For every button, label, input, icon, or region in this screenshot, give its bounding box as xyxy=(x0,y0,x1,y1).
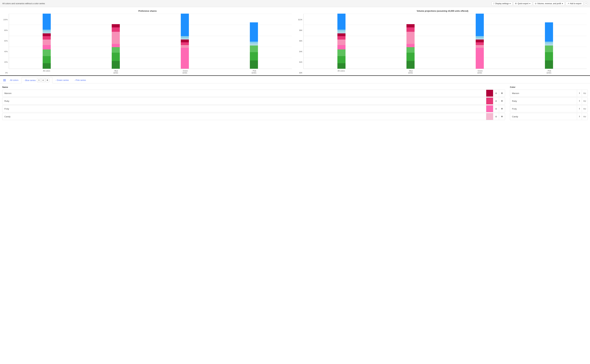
row-color-swatch[interactable] xyxy=(486,113,493,120)
bar-group xyxy=(180,14,190,69)
row-color-swatch[interactable] xyxy=(486,105,493,112)
tab-green-series[interactable]: - Green series xyxy=(53,78,71,83)
bar-segment xyxy=(43,14,51,30)
data-section: Name Maroon ⊖ ✥ Ruby ⊖ ✥ Froly ⊖ ✥ Candy… xyxy=(0,83,590,121)
bar-segment xyxy=(181,45,189,48)
bar-group xyxy=(337,14,346,69)
row-move-button[interactable]: ✥ xyxy=(499,105,505,112)
bar-segment xyxy=(476,48,484,69)
bar-segment xyxy=(406,47,415,53)
display-settings-button[interactable]: ⤴ Display settings ▾ xyxy=(492,1,512,6)
row-remove-button[interactable]: ⊖ xyxy=(493,90,499,97)
bar-segment xyxy=(112,53,120,61)
left-y-axis: 100% 80% 60% 40% 20% 0% xyxy=(3,19,9,74)
tab-move-button[interactable]: ✥ xyxy=(46,78,49,82)
tab-remove-button[interactable]: ⊖ xyxy=(41,78,45,82)
preference-shares-chart: Preference shares 100% 80% 60% 40% 20% 0… xyxy=(3,10,292,74)
hamburger-line-3 xyxy=(3,81,6,81)
tab-copy-button[interactable]: ⎘ xyxy=(37,78,41,82)
bar-segment xyxy=(250,43,258,46)
row-color-swatch[interactable] xyxy=(486,90,493,97)
bar-segment xyxy=(181,42,189,45)
name-data-row: Candy ⊖ ✥ xyxy=(2,113,505,120)
bar-segment xyxy=(112,47,120,53)
bar-segment xyxy=(337,49,346,56)
left-bars xyxy=(9,14,292,69)
tab-blue-actions: ⎘ ⊖ ✥ xyxy=(36,78,50,82)
color-sort-button[interactable]: ⇕ xyxy=(577,90,582,97)
bar-segment xyxy=(337,33,346,36)
help-button[interactable]: ? xyxy=(584,2,588,5)
bar-segment xyxy=(112,61,120,69)
bar-segment xyxy=(181,48,189,69)
bar-segment xyxy=(250,60,258,69)
right-chart-wrapper: $10K $8K $6K $4K $2K $0K xyxy=(298,14,587,74)
bar-segment xyxy=(43,33,51,36)
hamburger-menu-button[interactable] xyxy=(2,79,7,82)
tab-all-colors[interactable]: All colors xyxy=(7,78,21,83)
row-move-button[interactable]: ✥ xyxy=(499,90,505,97)
bar-stack xyxy=(545,22,553,69)
left-plot-area xyxy=(9,14,292,69)
bar-segment xyxy=(337,14,346,30)
row-remove-button[interactable]: ⊖ xyxy=(493,105,499,112)
row-remove-button[interactable]: ⊖ xyxy=(493,98,499,104)
volume-projections-chart: Volume projections (assuming 10,000 unit… xyxy=(298,10,587,74)
row-move-button[interactable]: ✥ xyxy=(499,98,505,104)
name-data-row: Froly ⊖ ✥ xyxy=(2,105,505,112)
color-name-cell: Maroon xyxy=(510,92,577,94)
name-data-row: Maroon ⊖ ✥ xyxy=(2,90,505,97)
color-data-row: Maroon ⇕ f(x) xyxy=(510,90,588,97)
bar-segment xyxy=(337,39,346,45)
chevron-down-icon: ▾ xyxy=(529,2,530,5)
right-x-labels: All colors - Blue series - Green series … xyxy=(303,69,587,74)
color-fx-button[interactable]: f(x) xyxy=(582,105,588,112)
bar-segment xyxy=(476,38,484,39)
tab-blue-series[interactable]: - Blue series ⎘ ⊖ ✥ xyxy=(22,77,52,83)
row-color-swatch[interactable] xyxy=(486,98,493,104)
bar-group xyxy=(42,14,52,69)
bar-segment xyxy=(112,27,120,32)
hamburger-line-1 xyxy=(3,79,6,80)
bar-segment xyxy=(181,38,189,39)
bar-segment xyxy=(43,31,51,33)
page-title: All colors and scenarios without a color… xyxy=(2,2,45,5)
right-bars xyxy=(303,14,587,69)
bar-segment xyxy=(337,45,346,49)
bar-segment xyxy=(545,22,553,42)
color-fx-button[interactable]: f(x) xyxy=(582,98,588,104)
color-name-cell: Ruby xyxy=(510,100,577,102)
bar-stack xyxy=(337,14,346,69)
row-move-button[interactable]: ✥ xyxy=(499,113,505,120)
name-data-row: Ruby ⊖ ✥ xyxy=(2,98,505,104)
name-header: Name xyxy=(2,86,505,90)
color-fx-button[interactable]: f(x) xyxy=(582,113,588,120)
chevron-down-icon: ▾ xyxy=(510,2,511,5)
toolbar-actions: ⤴ Display settings ▾ ⬇ Quick export ▾ ⊙ … xyxy=(492,1,588,6)
tab-pink-series[interactable]: - Pink series xyxy=(72,78,88,83)
charts-area: Preference shares 100% 80% 60% 40% 20% 0… xyxy=(0,7,590,76)
bar-segment xyxy=(337,30,346,31)
export-icon: ↗ xyxy=(567,2,569,5)
color-sort-button[interactable]: ⇕ xyxy=(577,105,582,112)
bar-segment xyxy=(545,52,553,60)
bar-stack xyxy=(476,14,484,69)
bar-segment xyxy=(250,22,258,42)
row-name-cell: Candy xyxy=(2,115,486,118)
bar-segment xyxy=(406,53,415,61)
add-to-export-button[interactable]: ↗ Add to export xyxy=(566,1,583,6)
row-remove-button[interactable]: ⊖ xyxy=(493,113,499,120)
bar-segment xyxy=(545,42,553,43)
color-sort-button[interactable]: ⇕ xyxy=(577,98,582,104)
bar-segment xyxy=(476,42,484,45)
color-sort-button[interactable]: ⇕ xyxy=(577,113,582,120)
bar-segment xyxy=(181,14,189,36)
bar-segment xyxy=(337,63,346,69)
bar-segment xyxy=(181,39,189,42)
chart-icon: ⤴ xyxy=(493,2,494,5)
volume-revenue-button[interactable]: ⊙ Volume, revenue, and profit ▾ xyxy=(533,1,565,6)
bar-segment xyxy=(337,36,346,39)
color-fx-button[interactable]: f(x) xyxy=(582,90,588,97)
quick-export-button[interactable]: ⬇ Quick export ▾ xyxy=(513,1,532,6)
bar-segment xyxy=(406,61,415,69)
